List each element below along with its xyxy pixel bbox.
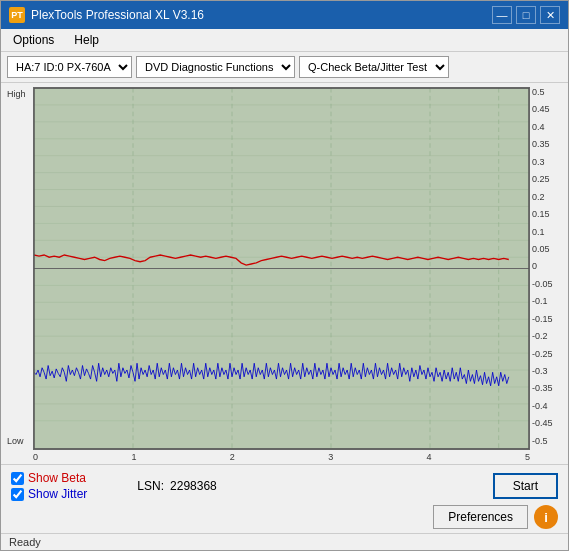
maximize-button[interactable]: □ — [516, 6, 536, 24]
bottom-row2: Preferences i — [11, 505, 558, 529]
chart-area: High Low — [1, 83, 568, 464]
menu-options[interactable]: Options — [5, 31, 62, 49]
title-bar: PT PlexTools Professional XL V3.16 — □ ✕ — [1, 1, 568, 29]
x-label-2: 2 — [230, 452, 235, 462]
status-text: Ready — [9, 536, 41, 548]
show-beta-checkbox[interactable] — [11, 472, 24, 485]
title-bar-left: PT PlexTools Professional XL V3.16 — [9, 7, 204, 23]
x-label-0: 0 — [33, 452, 38, 462]
lsn-area: LSN: 2298368 — [137, 479, 216, 493]
y-label-low: Low — [7, 436, 31, 446]
y-label-high: High — [7, 89, 31, 99]
app-icon: PT — [9, 7, 25, 23]
preferences-button[interactable]: Preferences — [433, 505, 528, 529]
main-window: PT PlexTools Professional XL V3.16 — □ ✕… — [0, 0, 569, 551]
close-button[interactable]: ✕ — [540, 6, 560, 24]
title-bar-controls: — □ ✕ — [492, 6, 560, 24]
x-label-3: 3 — [328, 452, 333, 462]
show-beta-row: Show Beta — [11, 471, 87, 485]
lsn-label: LSN: — [137, 479, 164, 493]
test-select[interactable]: Q-Check Beta/Jitter Test — [299, 56, 449, 78]
bottom-row1: Show Beta Show Jitter LSN: 2298368 Start — [11, 471, 558, 501]
info-button[interactable]: i — [534, 505, 558, 529]
y-axis-left: High Low — [7, 87, 33, 462]
chart-container: High Low — [7, 87, 562, 462]
window-title: PlexTools Professional XL V3.16 — [31, 8, 204, 22]
bottom-panel: Show Beta Show Jitter LSN: 2298368 Start… — [1, 464, 568, 533]
show-jitter-row: Show Jitter — [11, 487, 87, 501]
x-label-4: 4 — [427, 452, 432, 462]
menu-help[interactable]: Help — [66, 31, 107, 49]
show-jitter-label: Show Jitter — [28, 487, 87, 501]
minimize-button[interactable]: — — [492, 6, 512, 24]
x-axis: 0 1 2 3 4 5 — [33, 450, 530, 462]
show-beta-label: Show Beta — [28, 471, 86, 485]
status-bar: Ready — [1, 533, 568, 550]
y-axis-right: 0.5 0.45 0.4 0.35 0.3 0.25 0.2 0.15 0.1 … — [530, 87, 562, 462]
start-button[interactable]: Start — [493, 473, 558, 499]
checkboxes: Show Beta Show Jitter — [11, 471, 87, 501]
menu-bar: Options Help — [1, 29, 568, 52]
chart-svg — [33, 87, 530, 450]
show-jitter-checkbox[interactable] — [11, 488, 24, 501]
chart-inner: 0 1 2 3 4 5 — [33, 87, 530, 462]
drive-select[interactable]: HA:7 ID:0 PX-760A — [7, 56, 132, 78]
function-select[interactable]: DVD Diagnostic Functions — [136, 56, 295, 78]
x-label-5: 5 — [525, 452, 530, 462]
toolbar: HA:7 ID:0 PX-760A DVD Diagnostic Functio… — [1, 52, 568, 83]
x-label-1: 1 — [131, 452, 136, 462]
lsn-value: 2298368 — [170, 479, 217, 493]
